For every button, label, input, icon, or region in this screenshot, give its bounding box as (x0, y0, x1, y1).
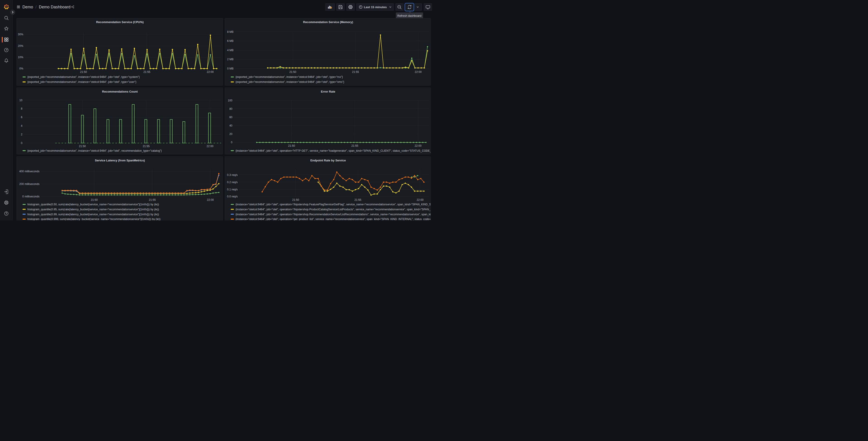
svg-text:80: 80 (229, 107, 232, 111)
svg-text:21:50: 21:50 (91, 198, 98, 202)
svg-text:22:00: 22:00 (414, 70, 422, 74)
svg-text:0.2 req/s: 0.2 req/s (227, 181, 238, 184)
svg-text:2: 2 (21, 133, 22, 136)
svg-text:{instance="otelcol:9464", job=: {instance="otelcol:9464", job="otel", op… (236, 149, 431, 152)
svg-text:21:50: 21:50 (288, 144, 295, 147)
svg-text:20: 20 (229, 133, 232, 136)
svg-text:0%: 0% (20, 67, 24, 70)
svg-text:21:50: 21:50 (292, 198, 299, 202)
svg-text:8: 8 (21, 107, 22, 110)
svg-text:Recommendation Service (CPU%): Recommendation Service (CPU%) (96, 20, 144, 24)
svg-text:21:50: 21:50 (79, 145, 86, 148)
svg-text:21:55: 21:55 (351, 144, 358, 147)
svg-text:30%: 30% (18, 33, 23, 36)
svg-text:100: 100 (228, 99, 232, 102)
svg-text:{exported_job="recommendations: {exported_job="recommendationservice", i… (236, 76, 343, 79)
svg-text:22:00: 22:00 (207, 198, 214, 202)
svg-text:21:55: 21:55 (352, 70, 359, 74)
svg-text:{exported_job="recommendations: {exported_job="recommendationservice", i… (236, 80, 344, 84)
svg-text:40: 40 (229, 124, 232, 127)
svg-text:{instance="otelcol:9464", job=: {instance="otelcol:9464", job="otel", op… (236, 203, 431, 206)
svg-text:0 milliseconds: 0 milliseconds (22, 195, 40, 198)
svg-text:Recommendation Service (Memory: Recommendation Service (Memory) (303, 20, 353, 24)
svg-text:8 MB: 8 MB (227, 30, 233, 33)
svg-text:Service Latency (from SpanMetr: Service Latency (from SpanMetrics) (95, 159, 145, 162)
svg-text:21:50: 21:50 (289, 70, 296, 74)
svg-text:22:00: 22:00 (207, 70, 214, 74)
svg-text:2 MB: 2 MB (227, 58, 233, 61)
svg-text:{exported_job="recommendations: {exported_job="recommendationservice", i… (27, 149, 162, 152)
svg-text:{exported_job="recommendations: {exported_job="recommendationservice", i… (27, 76, 140, 79)
svg-text:20%: 20% (18, 45, 23, 48)
svg-text:21:55: 21:55 (143, 145, 150, 148)
svg-text:Recommendations Count: Recommendations Count (102, 90, 138, 93)
svg-text:21:55: 21:55 (144, 70, 151, 74)
svg-text:400 milliseconds: 400 milliseconds (19, 170, 39, 173)
svg-text:{instance="otelcol:9464", job=: {instance="otelcol:9464", job="otel", op… (236, 213, 431, 216)
svg-text:histogram_quantile(0.999, sum(: histogram_quantile(0.999, sum(rate(laten… (27, 218, 160, 220)
svg-text:200 milliseconds: 200 milliseconds (19, 182, 39, 186)
svg-text:0.1 req/s: 0.1 req/s (227, 188, 238, 191)
svg-text:histogram_quantile(0.50, sum(r: histogram_quantile(0.50, sum(rate(latenc… (27, 203, 159, 206)
svg-text:21:55: 21:55 (354, 198, 361, 202)
svg-text:0.3 req/s: 0.3 req/s (227, 173, 238, 177)
svg-text:22:00: 22:00 (414, 144, 422, 147)
svg-text:10: 10 (20, 99, 23, 102)
svg-text:4: 4 (21, 124, 22, 127)
svg-text:{instance="otelcol:9464", job=: {instance="otelcol:9464", job="otel", op… (236, 208, 431, 211)
svg-text:{exported_job="recommendations: {exported_job="recommendationservice", i… (27, 80, 136, 84)
svg-text:histogram_quantile(0.95, sum(r: histogram_quantile(0.95, sum(rate(latenc… (27, 208, 159, 211)
svg-text:21:55: 21:55 (149, 198, 156, 202)
svg-text:histogram_quantile(0.99, sum(r: histogram_quantile(0.99, sum(rate(latenc… (27, 213, 159, 216)
svg-text:60: 60 (229, 116, 232, 119)
svg-text:10%: 10% (18, 56, 23, 59)
svg-text:Error Rate: Error Rate (321, 90, 335, 93)
svg-text:0: 0 (231, 141, 232, 144)
svg-text:6: 6 (21, 116, 22, 119)
svg-text:6 MB: 6 MB (227, 39, 233, 42)
svg-text:0.0 req/s: 0.0 req/s (227, 195, 238, 198)
svg-text:0 MB: 0 MB (227, 67, 233, 70)
svg-text:4 MB: 4 MB (227, 49, 233, 52)
svg-text:22:00: 22:00 (207, 145, 214, 148)
svg-text:0: 0 (21, 142, 22, 145)
svg-text:21:50: 21:50 (80, 70, 87, 74)
svg-text:Endpoint Rate by Service: Endpoint Rate by Service (310, 159, 346, 162)
svg-text:{instance="otelcol:9464", job=: {instance="otelcol:9464", job="otel", op… (236, 218, 431, 220)
svg-text:22:00: 22:00 (416, 198, 424, 202)
